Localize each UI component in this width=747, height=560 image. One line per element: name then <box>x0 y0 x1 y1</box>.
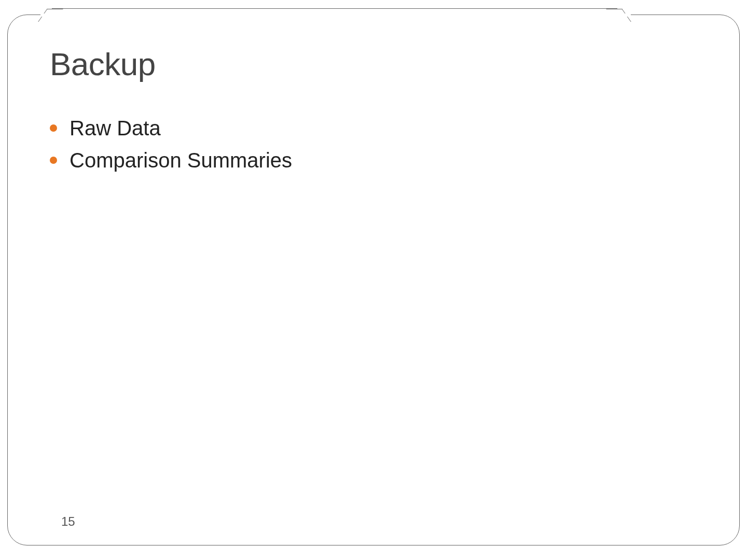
bullet-text: Comparison Summaries <box>70 144 292 176</box>
bullet-list: Raw Data Comparison Summaries <box>50 112 292 176</box>
bullet-text: Raw Data <box>70 112 161 144</box>
list-item: Raw Data <box>50 112 292 144</box>
page-number: 15 <box>61 514 75 529</box>
bullet-icon <box>50 157 57 164</box>
list-item: Comparison Summaries <box>50 144 292 176</box>
slide-frame <box>7 15 740 545</box>
slide-title: Backup <box>50 46 156 82</box>
slide-tab-mask <box>40 13 631 17</box>
bullet-icon <box>50 124 57 132</box>
